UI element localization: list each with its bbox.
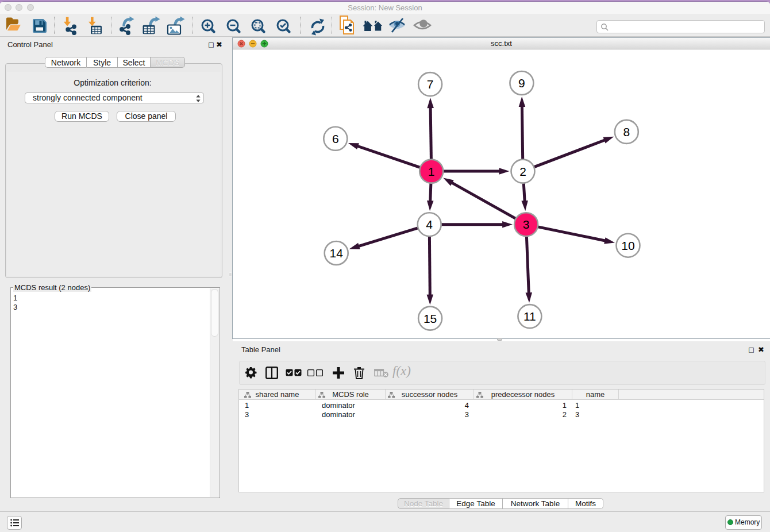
svg-text:1: 1 [428, 165, 435, 178]
svg-text:4: 4 [426, 218, 433, 231]
svg-text:10: 10 [621, 239, 634, 252]
svg-text:3: 3 [523, 218, 530, 231]
svg-text:15: 15 [424, 312, 437, 325]
svg-text:2: 2 [519, 165, 526, 178]
svg-text:8: 8 [623, 125, 630, 138]
svg-text:6: 6 [332, 132, 339, 145]
svg-text:7: 7 [427, 78, 434, 91]
svg-text:11: 11 [523, 310, 536, 323]
svg-text:14: 14 [330, 246, 344, 260]
svg-text:9: 9 [518, 76, 525, 90]
